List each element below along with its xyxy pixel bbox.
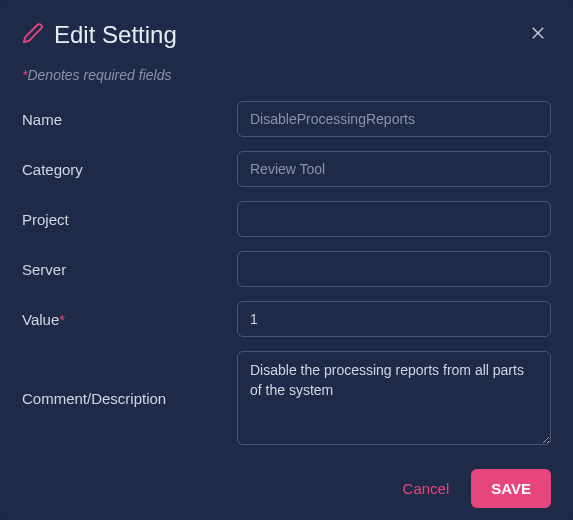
name-row: Name: [22, 101, 551, 137]
value-required-asterisk: *: [59, 311, 65, 328]
close-icon: [529, 24, 547, 45]
project-label: Project: [22, 211, 237, 228]
close-button[interactable]: [525, 20, 551, 49]
header-left: Edit Setting: [22, 21, 177, 49]
comment-textarea[interactable]: Disable the processing reports from all …: [237, 351, 551, 445]
value-label: Value*: [22, 311, 237, 328]
value-label-text: Value: [22, 311, 59, 328]
server-label: Server: [22, 261, 237, 278]
modal-footer: Cancel SAVE: [22, 469, 551, 508]
category-label: Category: [22, 161, 237, 178]
server-input[interactable]: [237, 251, 551, 287]
edit-setting-modal: Edit Setting *Denotes required fields Na…: [0, 0, 573, 520]
comment-row: Comment/Description Disable the processi…: [22, 351, 551, 445]
edit-icon: [22, 22, 44, 48]
edit-setting-form: Name Category Project Server Value* Comm…: [22, 101, 551, 445]
save-button[interactable]: SAVE: [471, 469, 551, 508]
modal-header: Edit Setting: [22, 20, 551, 49]
value-row: Value*: [22, 301, 551, 337]
cancel-button[interactable]: Cancel: [399, 472, 454, 505]
required-note-text: Denotes required fields: [27, 67, 171, 83]
category-input: [237, 151, 551, 187]
modal-title: Edit Setting: [54, 21, 177, 49]
required-fields-note: *Denotes required fields: [22, 67, 551, 83]
category-row: Category: [22, 151, 551, 187]
server-row: Server: [22, 251, 551, 287]
name-input: [237, 101, 551, 137]
value-input[interactable]: [237, 301, 551, 337]
comment-label: Comment/Description: [22, 390, 237, 407]
name-label: Name: [22, 111, 237, 128]
project-input[interactable]: [237, 201, 551, 237]
project-row: Project: [22, 201, 551, 237]
